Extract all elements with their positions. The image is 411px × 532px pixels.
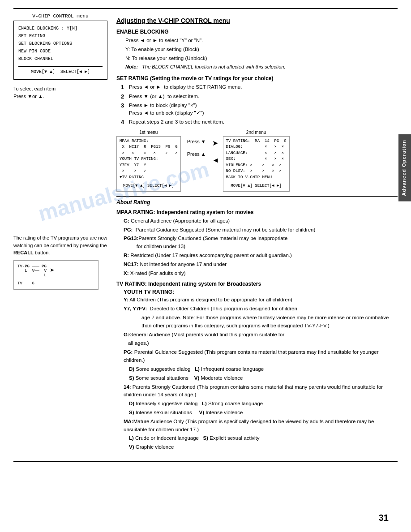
- mpaa-pg: PG: Parental Guidance Suggested (Some ma…: [124, 226, 398, 234]
- num-2: 2: [121, 93, 129, 100]
- set-rating-heading: SET RATING (Setting the movie or TV rati…: [116, 75, 398, 82]
- num-4: 4: [121, 118, 129, 126]
- vchip-box-footer: MOVE[▼ ▲] SELECT[◄ ►]: [18, 66, 103, 76]
- recall-suffix: button.: [34, 250, 50, 255]
- about-rating-section: About Rating MPAA RATING: Independent ra…: [116, 196, 398, 451]
- vchip-line-1: ENABLE BLOCKING : Y[N]: [18, 25, 103, 32]
- enable-blocking-line1: Press ◄ or ► to select "Y" or "N".: [125, 37, 398, 45]
- mpaa-x: X: X-rated (For adults only): [124, 270, 398, 278]
- press-up-label: Press ▲: [187, 151, 206, 157]
- num-3: 3: [121, 102, 129, 117]
- set-rating-item-3-text: Press ► to block (display "×") Press ◄ t…: [129, 102, 204, 117]
- second-menu-container: 2nd menu TV RATING: MA 14 PG G DIALOG: ×…: [223, 130, 290, 192]
- enable-blocking-line2: Y: To enable your setting (Block): [125, 46, 398, 54]
- num-1: 1: [121, 83, 129, 91]
- second-menu-diagram: TV RATING: MA 14 PG G DIALOG: × × × LANG…: [223, 136, 290, 192]
- left-column: V-CHIP CONTROL menu ENABLE BLOCKING : Y[…: [13, 13, 112, 452]
- enable-blocking-heading: ENABLE BLOCKING: [116, 29, 398, 35]
- mpaa-heading: MPAA RATING: Independent rating system f…: [116, 209, 398, 215]
- youth-tv-heading: YOUTH TV RATING:: [124, 289, 398, 295]
- tv-14: 14: Parents Strongly Cautioned (This pro…: [124, 383, 398, 399]
- tv-g-cont: all ages.): [128, 339, 398, 348]
- enable-blocking-note: Note: The BLOCK CHANNEL function is not …: [125, 63, 398, 71]
- set-rating-item-2: 2 Press ▼ (or ▲) to select item.: [121, 93, 398, 100]
- tv-g: G:General Audience (Most parents would f…: [124, 331, 398, 339]
- set-rating-item-4: 4 Repeat steps 2 and 3 to set the next i…: [121, 118, 398, 126]
- vchip-line-5: BLOCK CHANNEL: [18, 55, 103, 63]
- tv-rating-heading: TV RATING: Independent rating system for…: [116, 281, 398, 287]
- set-rating-list: 1 Press ◄ or ► to display the SET RATING…: [121, 83, 398, 126]
- arrow-left: ◄: [212, 156, 219, 164]
- set-rating-item-1: 1 Press ◄ or ► to display the SET RATING…: [121, 83, 398, 91]
- tv-14-d: D) Intensely suggestive dialog L) Strong…: [129, 400, 398, 408]
- enable-blocking-line3: N: To release your setting (Unblock): [125, 55, 398, 63]
- tv-y: Y: All Children (This program is designe…: [124, 296, 398, 304]
- mpaa-nc17: NC17: Not intended for anyone 17 and und…: [124, 261, 398, 269]
- mpaa-g: G: General Audience (Appropriate for all…: [124, 217, 398, 225]
- tv-y7: Y7, Y7FV: Directed to Older Children (Th…: [124, 305, 398, 313]
- vchip-line-4: NEW PIN CODE: [18, 47, 103, 55]
- vchip-menu-box: ENABLE BLOCKING : Y[N] SET RATING SET BL…: [13, 21, 107, 80]
- tv-pg-d: D) Some suggestive dialog L) Infrequent …: [129, 365, 398, 373]
- arrow-right: ➤: [212, 139, 219, 147]
- tv-ma-v: V) Graphic violence: [129, 443, 398, 451]
- to-select-heading: To select each item: [13, 85, 107, 93]
- main-column: Adjusting the V-CHIP CONTROL menu ENABLE…: [112, 13, 398, 452]
- recall-bold: RECALL: [13, 250, 34, 255]
- mpaa-r: R: Restricted (Under 17 requires accompa…: [124, 252, 398, 260]
- set-rating-heading-text: SET RATING (Setting the movie or TV rati…: [116, 75, 273, 82]
- first-menu-label: 1st menu: [116, 130, 181, 135]
- tv-pg-s: S) Some sexual situations V) Moderate vi…: [129, 374, 398, 382]
- first-menu-container: 1st menu MPAA RATING: X NC17 R PG13 PG G…: [116, 130, 181, 192]
- set-rating-item-3: 3 Press ► to block (display "×") Press ◄…: [121, 102, 398, 117]
- first-menu-diagram: MPAA RATING: X NC17 R PG13 PG G × × × × …: [116, 136, 181, 192]
- bottom-rule: [13, 461, 398, 462]
- main-heading: Adjusting the V-CHIP CONTROL menu: [116, 17, 398, 24]
- arrow-lines: ➤ ◄: [212, 139, 219, 164]
- press-down-label: Press ▼: [187, 139, 206, 144]
- to-select-body: Press ▼or ▲.: [13, 93, 107, 100]
- tv-y7-cont: age 7 and above. Note: For those program…: [141, 314, 398, 330]
- tv-ma: MA:Mature Audience Only (This program is…: [124, 418, 398, 434]
- vchip-menu-label: V-CHIP CONTROL menu: [13, 13, 107, 19]
- diagrams-row: 1st menu MPAA RATING: X NC17 R PG13 PG G…: [116, 130, 398, 192]
- right-tab-advanced-operation: Advanced Operation: [398, 134, 411, 202]
- set-rating-item-4-text: Repeat steps 2 and 3 to set the next ite…: [129, 118, 224, 126]
- press-arrows-container: Press ▼ Press ▲: [184, 139, 209, 157]
- recall-desc-text: The rating of the TV programs you are no…: [13, 235, 107, 248]
- second-menu-label: 2nd menu: [223, 130, 290, 135]
- page-number: 31: [379, 513, 389, 523]
- tv-ma-l: L) Crude or indecent language S) Explici…: [129, 434, 398, 442]
- recall-description: The rating of the TV programs you are no…: [13, 234, 107, 257]
- about-rating-heading: About Rating: [116, 199, 398, 206]
- to-select-label: To select each item Press ▼or ▲.: [13, 85, 107, 100]
- vchip-line-3: SET BLOCKING OPTIONS: [18, 40, 103, 47]
- set-rating-item-1-text: Press ◄ or ► to display the SET RATING m…: [129, 83, 242, 91]
- set-rating-item-2-text: Press ▼ (or ▲) to select item.: [129, 93, 199, 100]
- vchip-line-2: SET RATING: [18, 32, 103, 40]
- recall-box: TV-PG ——— PG L V—— V L TV 6 ➤: [13, 260, 98, 290]
- tv-pg: PG: Parental Guidance Suggested (This pr…: [124, 348, 398, 365]
- tv-14-s: S) Intense sexual situations V) Intense …: [129, 409, 398, 417]
- mpaa-pg13: PG13:Parents Strongly Cautioned (Some ma…: [124, 235, 398, 251]
